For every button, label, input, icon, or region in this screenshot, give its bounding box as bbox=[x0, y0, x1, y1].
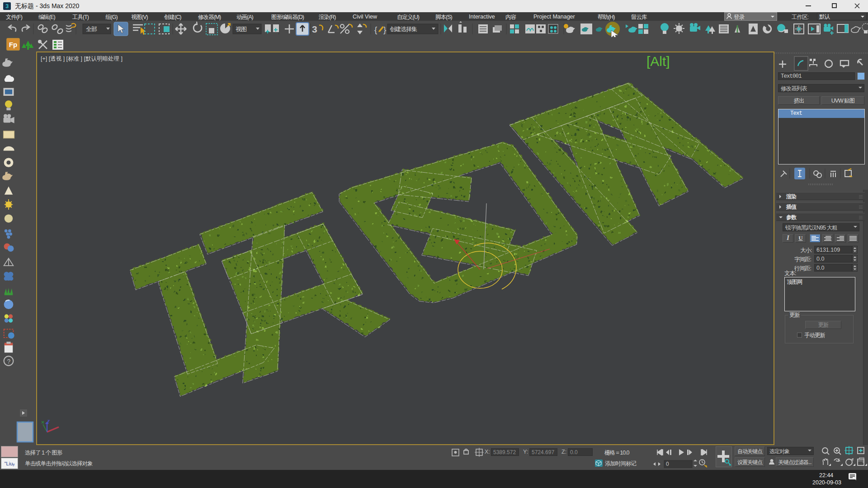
svg-text:3: 3 bbox=[312, 24, 317, 34]
svg-text:全部: 全部 bbox=[86, 26, 97, 33]
svg-text:?: ? bbox=[7, 358, 11, 365]
svg-text:视图: 视图 bbox=[236, 26, 246, 33]
svg-text:}: } bbox=[383, 25, 386, 34]
svg-text:0: 0 bbox=[666, 461, 669, 467]
svg-text:{: { bbox=[374, 25, 377, 34]
svg-text:创建选择集: 创建选择集 bbox=[390, 26, 417, 33]
